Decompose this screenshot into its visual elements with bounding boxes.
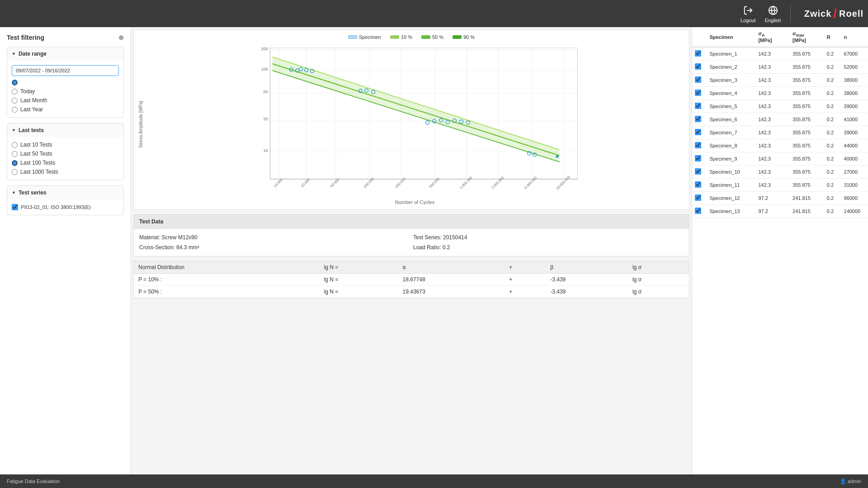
date-range-input[interactable]: [12, 65, 119, 76]
logout-button[interactable]: Logout: [741, 4, 756, 23]
specimen-checkbox-cell[interactable]: [692, 100, 707, 113]
specimen-checkbox-cell[interactable]: [692, 126, 707, 139]
test-series-header[interactable]: ▼ Test series: [7, 186, 123, 199]
last-50-tests[interactable]: Last 50 Tests: [12, 151, 119, 157]
specimen-sigma-max: 355.875: [790, 74, 824, 87]
specimen-name: Specimen_12: [707, 192, 755, 205]
language-button[interactable]: English: [765, 4, 781, 23]
last-tests-options: Last 10 Tests Last 50 Tests Last 100 Tes…: [12, 142, 119, 175]
brand-logo: Zwick/Roell: [800, 6, 863, 21]
specimen-r: 0.2: [824, 139, 841, 152]
material-label: Material: Screw M12x90: [139, 234, 410, 241]
specimen-name: Specimen_1: [707, 47, 755, 61]
test-series-body: P913-02_01: ISO 3800:1993(E): [7, 199, 123, 215]
date-option-last-month[interactable]: Last Month: [12, 97, 119, 104]
distribution-table: Normal Distribution lg N = α + β lg σ P …: [134, 261, 689, 298]
specimen-n: 67000: [841, 47, 868, 61]
specimen-n: 38000: [841, 74, 868, 87]
th-sigma-max: σmax [MPa]: [790, 27, 824, 47]
svg-text:50: 50: [263, 90, 268, 94]
date-range-options: Today Last Month Last Year: [12, 80, 119, 113]
specimen-n: 40000: [841, 152, 868, 166]
th-r: R: [824, 27, 841, 47]
specimen-sigma-max: 355.875: [790, 87, 824, 100]
th-specimen: Specimen: [707, 27, 755, 47]
specimen-checkbox-cell[interactable]: [692, 87, 707, 100]
dist-row-lgn: lg N =: [320, 286, 398, 298]
specimen-name: Specimen_11: [707, 179, 755, 192]
table-row: Specimen_12 97.2 241.815 0.2 96000: [692, 192, 868, 205]
specimen-sigma-max: 355.875: [790, 166, 824, 179]
last-100-tests[interactable]: Last 100 Tests: [12, 160, 119, 166]
specimen-sigma-max: 355.875: [790, 126, 824, 139]
specimen-sigma-a: 142.3: [755, 113, 790, 126]
legend-specimen: Specimen: [348, 34, 381, 40]
specimen-sigma-a: 142.3: [755, 61, 790, 74]
specimen-sigma-max: 355.875: [790, 113, 824, 126]
specimen-r: 0.2: [824, 205, 841, 218]
specimen-checkbox-cell[interactable]: [692, 179, 707, 192]
specimen-n: 31000: [841, 179, 868, 192]
header: Logout English Zwick/Roell: [0, 0, 868, 27]
specimen-sigma-max: 355.875: [790, 61, 824, 74]
table-row: Specimen_2 142.3 355.875 0.2 52000: [692, 61, 868, 74]
specimen-checkbox-cell[interactable]: [692, 139, 707, 152]
y-axis-label: Stress Amplitude [MPa]: [138, 96, 143, 152]
dist-row-beta: -3.439: [546, 286, 628, 298]
table-row: Specimen_3 142.3 355.875 0.2 38000: [692, 74, 868, 87]
test-data-body: Material: Screw M12x90 Test Series: 2015…: [134, 229, 689, 256]
specimen-r: 0.2: [824, 74, 841, 87]
dist-row-beta: -3.439: [546, 274, 628, 286]
svg-text:20: 20: [263, 117, 268, 121]
center-area: Specimen 10 % 50 % 90 % Stress Amplitude…: [131, 27, 692, 474]
specimen-checkbox-cell[interactable]: [692, 205, 707, 218]
dist-row-lgsigma: lg σ: [628, 286, 689, 298]
specimen-checkbox-cell[interactable]: [692, 47, 707, 61]
dist-row-lgsigma: lg σ: [628, 274, 689, 286]
last-tests-header[interactable]: ▼ Last tests: [7, 123, 123, 137]
specimen-checkbox-cell[interactable]: [692, 74, 707, 87]
table-row: Specimen_6 142.3 355.875 0.2 41000: [692, 113, 868, 126]
specimen-n: 140000: [841, 205, 868, 218]
specimen-n: 96000: [841, 192, 868, 205]
specimen-checkbox-cell[interactable]: [692, 152, 707, 166]
table-row: Specimen_8 142.3 355.875 0.2 44000: [692, 139, 868, 152]
date-range-section: ▼ Date range Today Last Month: [7, 47, 124, 118]
user-label: 👤 admin: [840, 479, 861, 484]
specimen-checkbox-cell[interactable]: [692, 61, 707, 74]
specimen-r: 0.2: [824, 126, 841, 139]
test-series-item-0[interactable]: P913-02_01: ISO 3800:1993(E): [12, 204, 119, 210]
date-range-header[interactable]: ▼ Date range: [7, 47, 123, 61]
date-option-custom[interactable]: [12, 80, 119, 85]
specimen-table: Specimen σA [MPa] σmax [MPa] R n: [692, 27, 868, 218]
specimen-name: Specimen_10: [707, 166, 755, 179]
specimen-n: 52000: [841, 61, 868, 74]
close-panel-button[interactable]: ⊗: [118, 34, 124, 41]
specimen-checkbox-cell[interactable]: [692, 113, 707, 126]
svg-text:100: 100: [261, 67, 268, 71]
chevron-down-icon: ▼: [12, 128, 16, 133]
dist-col-label: Normal Distribution: [134, 261, 320, 274]
dist-row-label: P = 10% :: [134, 274, 320, 286]
specimen-checkbox-cell[interactable]: [692, 192, 707, 205]
last-1000-tests[interactable]: Last 1000 Tests: [12, 169, 119, 175]
specimen-checkbox-cell[interactable]: [692, 166, 707, 179]
date-option-last-year[interactable]: Last Year: [12, 106, 119, 113]
specimen-table-header: Specimen σA [MPa] σmax [MPa] R n: [692, 27, 868, 47]
last-tests-section: ▼ Last tests Last 10 Tests Last 50 Tests: [7, 123, 124, 180]
specimen-sigma-a: 142.3: [755, 87, 790, 100]
table-row: Specimen_7 142.3 355.875 0.2 39000: [692, 126, 868, 139]
specimen-name: Specimen_13: [707, 205, 755, 218]
specimen-n: 39000: [841, 126, 868, 139]
date-option-today[interactable]: Today: [12, 88, 119, 95]
header-divider: [790, 5, 791, 23]
table-row: Specimen_10 142.3 355.875 0.2 27000: [692, 166, 868, 179]
table-row: Specimen_9 142.3 355.875 0.2 40000: [692, 152, 868, 166]
specimen-r: 0.2: [824, 61, 841, 74]
dist-row-alpha: 19.43673: [398, 286, 505, 298]
x-axis-label: Number of Cycles: [145, 199, 684, 205]
specimen-r: 0.2: [824, 179, 841, 192]
table-row: Specimen_1 142.3 355.875 0.2 67000: [692, 47, 868, 61]
specimen-sigma-max: 355.875: [790, 47, 824, 61]
last-10-tests[interactable]: Last 10 Tests: [12, 142, 119, 148]
